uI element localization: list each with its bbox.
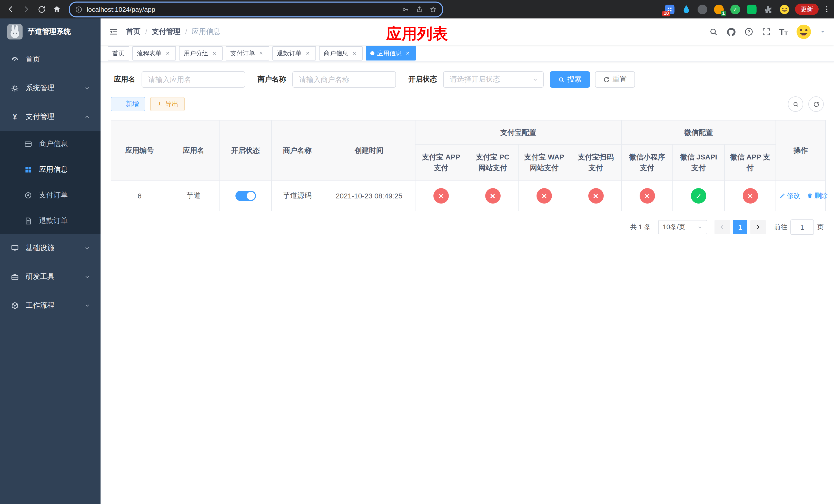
cube-icon [10, 301, 20, 310]
extension-puzzle-icon[interactable] [763, 4, 773, 15]
browser-menu-icon[interactable] [823, 5, 831, 13]
tab-process-form[interactable]: 流程表单 × [132, 46, 176, 61]
toolbox-icon [10, 273, 20, 281]
column-header-merchant: 商户名称 [271, 120, 323, 181]
bookmark-star-icon[interactable] [429, 5, 437, 13]
logo[interactable]: 芋道管理系统 [0, 19, 101, 45]
navbar-actions: ? TT [709, 24, 826, 40]
merchant-name-label: 商户名称 [258, 75, 286, 84]
app-name-input[interactable] [141, 71, 245, 88]
sidebar-item-dev-tools[interactable]: 研发工具 [0, 262, 101, 291]
help-icon[interactable]: ? [744, 27, 753, 37]
browser-reload-icon[interactable] [34, 2, 49, 17]
user-avatar[interactable] [796, 24, 811, 40]
extension-green-circle-icon[interactable]: ✓ [730, 4, 741, 15]
goto-page-input[interactable] [790, 220, 814, 235]
export-button[interactable]: 导出 [150, 97, 185, 111]
column-header-alipay-qr: 支付宝扫码支付 [570, 144, 621, 181]
close-icon[interactable]: × [404, 50, 411, 57]
sidebar-item-pay-order[interactable]: 支付订单 [0, 183, 101, 208]
card-icon [24, 140, 33, 148]
breadcrumb-pay[interactable]: 支付管理 [152, 27, 180, 37]
breadcrumb-home[interactable]: 首页 [126, 27, 140, 37]
tab-home[interactable]: 首页 [108, 46, 129, 61]
extension-emoji-icon[interactable] [779, 4, 790, 15]
status-select[interactable]: 请选择开启状态 [443, 71, 544, 88]
column-header-alipay-wap: 支付宝 WAP 网站支付 [518, 144, 570, 181]
browser-update-button[interactable]: 更新 [795, 4, 819, 15]
extension-badged-icon[interactable]: 1 [714, 4, 724, 15]
fullscreen-icon[interactable] [762, 27, 771, 37]
font-size-icon[interactable]: TT [779, 27, 788, 36]
chevron-down-icon [532, 77, 538, 82]
breadcrumb-current: 应用信息 [192, 27, 221, 37]
cell-app-id: 6 [111, 181, 168, 211]
status-label: 开启状态 [408, 75, 437, 84]
browser-home-icon[interactable] [49, 2, 65, 17]
extension-drop-icon[interactable] [681, 4, 692, 15]
chevron-down-icon [84, 245, 90, 251]
browser-forward-icon[interactable] [19, 2, 34, 17]
column-header-app-id: 应用编号 [111, 120, 168, 181]
target-icon [24, 191, 33, 200]
dashboard-icon [10, 55, 20, 64]
extension-dark-circle-icon[interactable] [697, 4, 708, 15]
tab-pay-order[interactable]: 支付订单 × [226, 46, 269, 61]
close-icon[interactable]: × [351, 50, 358, 57]
extension-green-square-icon[interactable] [746, 4, 757, 15]
close-icon[interactable]: × [164, 50, 171, 57]
tab-user-group[interactable]: 用户分组 × [179, 46, 223, 61]
search-button[interactable]: 搜索 [550, 71, 590, 88]
page-size-select[interactable]: 10条/页 [658, 220, 707, 234]
reset-button[interactable]: 重置 [595, 71, 635, 88]
search-icon[interactable] [709, 27, 718, 37]
edit-link[interactable]: 修改 [779, 191, 800, 201]
caret-down-icon[interactable] [820, 29, 826, 35]
browser-back-icon[interactable] [3, 2, 19, 17]
alipay-app-status-icon [433, 188, 449, 204]
sidebar-item-workflow[interactable]: 工作流程 [0, 291, 101, 320]
browser-extensions: 10 1 ✓ [664, 4, 790, 15]
close-icon[interactable]: × [211, 50, 218, 57]
column-header-status: 开启状态 [219, 120, 271, 181]
password-key-icon[interactable] [402, 5, 409, 13]
app-title: 芋道管理系统 [28, 27, 71, 37]
delete-link[interactable]: 删除 [807, 191, 828, 201]
sidebar-item-merchant-info[interactable]: 商户信息 [0, 131, 101, 157]
document-icon [24, 217, 33, 225]
active-dot [370, 51, 374, 55]
sidebar-item-refund-order[interactable]: 退款订单 [0, 208, 101, 234]
site-info-icon[interactable] [75, 5, 83, 13]
sidebar-item-system[interactable]: 系统管理 [0, 74, 101, 102]
column-header-wechat-mini: 微信小程序支付 [621, 144, 673, 181]
close-icon[interactable]: × [258, 50, 265, 57]
pagination-total: 共 1 条 [630, 223, 651, 232]
share-icon[interactable] [415, 5, 423, 13]
toggle-search-button[interactable] [788, 96, 803, 112]
sidebar-item-pay[interactable]: ¥ 支付管理 [0, 102, 101, 131]
sidebar-item-app-info[interactable]: 应用信息 [0, 157, 101, 183]
chevron-down-icon [84, 85, 90, 91]
refresh-table-button[interactable] [808, 96, 824, 112]
page-unit-label: 页 [817, 223, 824, 232]
close-icon[interactable]: × [304, 50, 311, 57]
filter-form: 应用名 商户名称 开启状态 请选择开启状态 搜索 [111, 71, 824, 88]
chevron-down-icon [697, 224, 703, 230]
sidebar-item-home[interactable]: 首页 [0, 45, 101, 74]
address-bar[interactable]: localhost:1024/pay/app [69, 1, 443, 17]
gear-icon [10, 84, 20, 92]
next-page-button[interactable] [750, 220, 766, 234]
sidebar-item-infra[interactable]: 基础设施 [0, 234, 101, 262]
github-icon[interactable] [726, 27, 736, 37]
tab-app-info[interactable]: 应用信息 × [366, 46, 416, 61]
hamburger-icon[interactable] [107, 25, 120, 39]
page-1-button[interactable]: 1 [733, 220, 747, 234]
extension-grid-icon[interactable]: 10 [664, 4, 675, 15]
tab-merchant-info[interactable]: 商户信息 × [319, 46, 363, 61]
prev-page-button[interactable] [715, 220, 730, 234]
tab-refund-order[interactable]: 退款订单 × [272, 46, 316, 61]
merchant-name-input[interactable] [292, 71, 396, 88]
table-row: 6 芋道 芋道源码 2021-10-23 08:49:25 [111, 181, 826, 211]
status-toggle[interactable] [235, 191, 256, 201]
add-button[interactable]: 新增 [111, 97, 145, 111]
